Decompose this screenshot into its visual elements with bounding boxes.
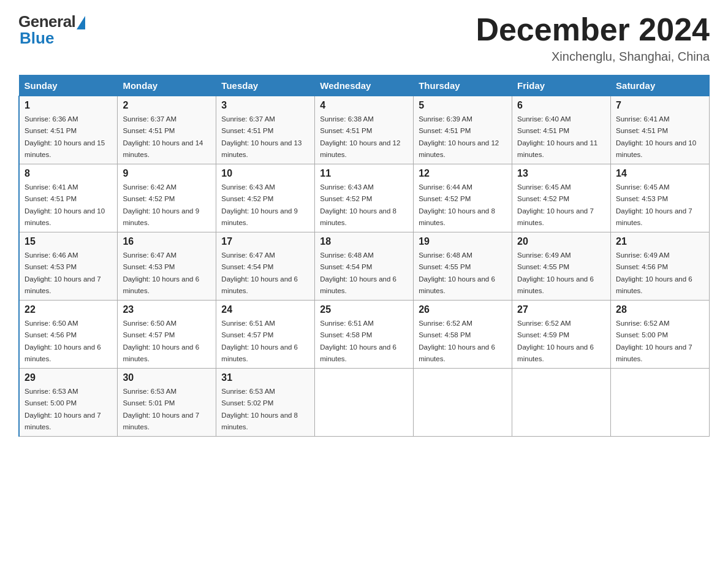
calendar-body: 1 Sunrise: 6:36 AMSunset: 4:51 PMDayligh… xyxy=(19,96,710,437)
calendar-week-row: 22 Sunrise: 6:50 AMSunset: 4:56 PMDaylig… xyxy=(19,301,710,369)
day-info: Sunrise: 6:45 AMSunset: 4:52 PMDaylight:… xyxy=(517,183,594,226)
calendar-header-cell: Wednesday xyxy=(315,75,414,96)
day-info: Sunrise: 6:38 AMSunset: 4:51 PMDaylight:… xyxy=(320,115,400,158)
day-info: Sunrise: 6:42 AMSunset: 4:52 PMDaylight:… xyxy=(123,183,199,226)
day-number: 28 xyxy=(616,304,704,315)
day-number: 27 xyxy=(517,304,605,315)
calendar-day-cell: 16 Sunrise: 6:47 AMSunset: 4:53 PMDaylig… xyxy=(118,232,216,301)
calendar-day-cell: 10 Sunrise: 6:43 AMSunset: 4:52 PMDaylig… xyxy=(216,164,315,232)
day-number: 31 xyxy=(221,372,309,383)
day-info: Sunrise: 6:47 AMSunset: 4:54 PMDaylight:… xyxy=(221,251,298,294)
calendar-day-cell xyxy=(512,369,611,437)
day-info: Sunrise: 6:53 AMSunset: 5:02 PMDaylight:… xyxy=(221,388,298,431)
day-info: Sunrise: 6:47 AMSunset: 4:53 PMDaylight:… xyxy=(123,251,199,294)
calendar-day-cell: 25 Sunrise: 6:51 AMSunset: 4:58 PMDaylig… xyxy=(315,301,414,369)
calendar-week-row: 15 Sunrise: 6:46 AMSunset: 4:53 PMDaylig… xyxy=(19,232,710,301)
calendar-header-cell: Saturday xyxy=(611,75,710,96)
day-number: 20 xyxy=(517,236,605,247)
day-number: 21 xyxy=(616,236,704,247)
day-number: 25 xyxy=(320,304,408,315)
calendar-day-cell: 11 Sunrise: 6:43 AMSunset: 4:52 PMDaylig… xyxy=(315,164,414,232)
day-number: 14 xyxy=(616,168,704,179)
calendar-day-cell: 22 Sunrise: 6:50 AMSunset: 4:56 PMDaylig… xyxy=(19,301,118,369)
title-area: December 2024 Xinchenglu, Shanghai, Chin… xyxy=(476,12,710,64)
day-info: Sunrise: 6:48 AMSunset: 4:54 PMDaylight:… xyxy=(320,251,396,294)
calendar-day-cell xyxy=(315,369,414,437)
calendar-day-cell: 12 Sunrise: 6:44 AMSunset: 4:52 PMDaylig… xyxy=(414,164,512,232)
day-number: 30 xyxy=(123,372,211,383)
day-number: 22 xyxy=(25,304,112,315)
calendar-week-row: 8 Sunrise: 6:41 AMSunset: 4:51 PMDayligh… xyxy=(19,164,710,232)
calendar-day-cell xyxy=(414,369,512,437)
calendar-header-cell: Sunday xyxy=(19,75,118,96)
calendar-day-cell: 7 Sunrise: 6:41 AMSunset: 4:51 PMDayligh… xyxy=(611,96,710,164)
day-info: Sunrise: 6:46 AMSunset: 4:53 PMDaylight:… xyxy=(25,251,101,294)
day-number: 4 xyxy=(320,100,408,111)
day-info: Sunrise: 6:48 AMSunset: 4:55 PMDaylight:… xyxy=(419,251,495,294)
day-number: 2 xyxy=(123,100,211,111)
day-info: Sunrise: 6:53 AMSunset: 5:01 PMDaylight:… xyxy=(123,388,199,431)
calendar-day-cell: 20 Sunrise: 6:49 AMSunset: 4:55 PMDaylig… xyxy=(512,232,611,301)
calendar-day-cell: 15 Sunrise: 6:46 AMSunset: 4:53 PMDaylig… xyxy=(19,232,118,301)
day-info: Sunrise: 6:45 AMSunset: 4:53 PMDaylight:… xyxy=(616,183,692,226)
day-info: Sunrise: 6:43 AMSunset: 4:52 PMDaylight:… xyxy=(221,183,298,226)
calendar-header-cell: Tuesday xyxy=(216,75,315,96)
calendar-day-cell: 1 Sunrise: 6:36 AMSunset: 4:51 PMDayligh… xyxy=(19,96,118,164)
calendar-day-cell xyxy=(611,369,710,437)
day-info: Sunrise: 6:52 AMSunset: 4:59 PMDaylight:… xyxy=(517,320,594,362)
calendar-day-cell: 17 Sunrise: 6:47 AMSunset: 4:54 PMDaylig… xyxy=(216,232,315,301)
calendar-day-cell: 31 Sunrise: 6:53 AMSunset: 5:02 PMDaylig… xyxy=(216,369,315,437)
calendar-header-cell: Monday xyxy=(118,75,216,96)
day-number: 26 xyxy=(419,304,507,315)
day-number: 8 xyxy=(25,168,112,179)
calendar-day-cell: 21 Sunrise: 6:49 AMSunset: 4:56 PMDaylig… xyxy=(611,232,710,301)
day-info: Sunrise: 6:43 AMSunset: 4:52 PMDaylight:… xyxy=(320,183,396,226)
day-info: Sunrise: 6:37 AMSunset: 4:51 PMDaylight:… xyxy=(123,115,203,158)
day-info: Sunrise: 6:52 AMSunset: 5:00 PMDaylight:… xyxy=(616,320,692,362)
calendar-day-cell: 30 Sunrise: 6:53 AMSunset: 5:01 PMDaylig… xyxy=(118,369,216,437)
day-number: 23 xyxy=(123,304,211,315)
day-number: 11 xyxy=(320,168,408,179)
calendar-day-cell: 13 Sunrise: 6:45 AMSunset: 4:52 PMDaylig… xyxy=(512,164,611,232)
calendar-day-cell: 14 Sunrise: 6:45 AMSunset: 4:53 PMDaylig… xyxy=(611,164,710,232)
calendar-day-cell: 28 Sunrise: 6:52 AMSunset: 5:00 PMDaylig… xyxy=(611,301,710,369)
day-number: 5 xyxy=(419,100,507,111)
day-info: Sunrise: 6:50 AMSunset: 4:56 PMDaylight:… xyxy=(25,320,101,362)
day-info: Sunrise: 6:39 AMSunset: 4:51 PMDaylight:… xyxy=(419,115,499,158)
day-info: Sunrise: 6:51 AMSunset: 4:57 PMDaylight:… xyxy=(221,320,298,362)
calendar-week-row: 29 Sunrise: 6:53 AMSunset: 5:00 PMDaylig… xyxy=(19,369,710,437)
calendar-day-cell: 4 Sunrise: 6:38 AMSunset: 4:51 PMDayligh… xyxy=(315,96,414,164)
day-number: 17 xyxy=(221,236,309,247)
calendar-day-cell: 18 Sunrise: 6:48 AMSunset: 4:54 PMDaylig… xyxy=(315,232,414,301)
day-info: Sunrise: 6:36 AMSunset: 4:51 PMDaylight:… xyxy=(25,115,105,158)
calendar-day-cell: 3 Sunrise: 6:37 AMSunset: 4:51 PMDayligh… xyxy=(216,96,315,164)
calendar-header-row: SundayMondayTuesdayWednesdayThursdayFrid… xyxy=(19,75,710,96)
calendar-day-cell: 19 Sunrise: 6:48 AMSunset: 4:55 PMDaylig… xyxy=(414,232,512,301)
location-text: Xinchenglu, Shanghai, China xyxy=(476,50,710,64)
day-info: Sunrise: 6:41 AMSunset: 4:51 PMDaylight:… xyxy=(25,183,105,226)
day-info: Sunrise: 6:40 AMSunset: 4:51 PMDaylight:… xyxy=(517,115,597,158)
day-info: Sunrise: 6:52 AMSunset: 4:58 PMDaylight:… xyxy=(419,320,495,362)
calendar-day-cell: 27 Sunrise: 6:52 AMSunset: 4:59 PMDaylig… xyxy=(512,301,611,369)
day-number: 24 xyxy=(221,304,309,315)
day-number: 29 xyxy=(25,372,112,383)
calendar-day-cell: 2 Sunrise: 6:37 AMSunset: 4:51 PMDayligh… xyxy=(118,96,216,164)
calendar-day-cell: 8 Sunrise: 6:41 AMSunset: 4:51 PMDayligh… xyxy=(19,164,118,232)
day-info: Sunrise: 6:49 AMSunset: 4:56 PMDaylight:… xyxy=(616,251,692,294)
logo-blue-text: Blue xyxy=(20,29,54,48)
day-number: 1 xyxy=(25,100,112,111)
day-number: 7 xyxy=(616,100,704,111)
calendar-day-cell: 9 Sunrise: 6:42 AMSunset: 4:52 PMDayligh… xyxy=(118,164,216,232)
day-number: 9 xyxy=(123,168,211,179)
day-info: Sunrise: 6:41 AMSunset: 4:51 PMDaylight:… xyxy=(616,115,696,158)
day-number: 19 xyxy=(419,236,507,247)
day-number: 3 xyxy=(221,100,309,111)
calendar-day-cell: 26 Sunrise: 6:52 AMSunset: 4:58 PMDaylig… xyxy=(414,301,512,369)
page-header: General Blue December 2024 Xinchenglu, S… xyxy=(18,12,710,64)
day-number: 18 xyxy=(320,236,408,247)
calendar-day-cell: 6 Sunrise: 6:40 AMSunset: 4:51 PMDayligh… xyxy=(512,96,611,164)
day-number: 13 xyxy=(517,168,605,179)
day-info: Sunrise: 6:51 AMSunset: 4:58 PMDaylight:… xyxy=(320,320,396,362)
month-title: December 2024 xyxy=(476,12,710,47)
day-number: 15 xyxy=(25,236,112,247)
